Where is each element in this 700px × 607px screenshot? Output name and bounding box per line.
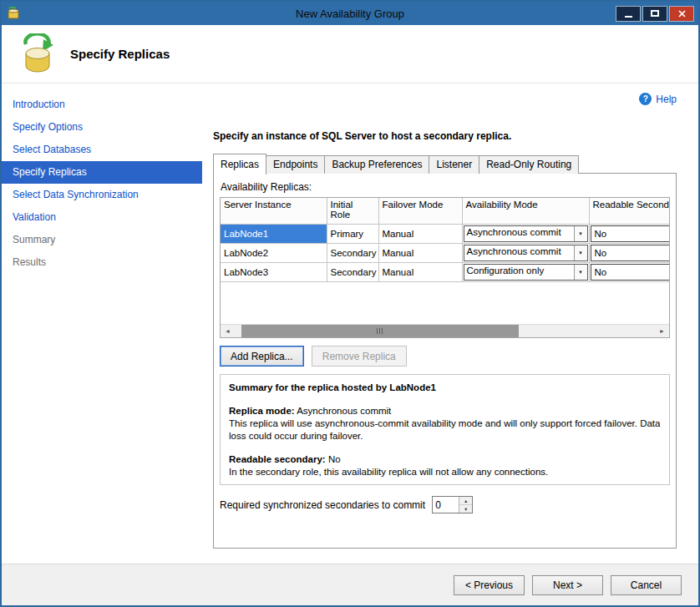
readable-secondary-label: Readable secondary: [229, 454, 326, 464]
main-content: ? Help Specify an instance of SQL Server… [202, 83, 698, 564]
column-header-server-instance: Server Instance [221, 198, 327, 224]
column-header-failover-mode: Failover Mode [378, 198, 462, 224]
availability-replicas-grid: Server Instance Initial Role Failover Mo… [220, 197, 670, 338]
horizontal-scrollbar[interactable]: ◄ ► [221, 324, 669, 337]
minimize-icon [625, 16, 632, 18]
cell-failover-mode[interactable]: Manual [378, 262, 462, 281]
scroll-right-icon: ► [659, 328, 665, 334]
chevron-down-icon: ▼ [574, 226, 587, 241]
readable-secondary-value: No [328, 454, 341, 464]
title-bar: New Availability Group [2, 2, 698, 25]
add-replica-button[interactable]: Add Replica... [220, 346, 304, 367]
table-row: LabNode1 Primary Manual Asynchronous com… [221, 224, 670, 243]
replica-mode-value: Asynchronous commit [297, 406, 391, 416]
window-controls [616, 6, 694, 22]
thumb-grip-icon [377, 328, 378, 334]
help-label: Help [656, 94, 677, 105]
sidebar-item-summary: Summary [2, 229, 202, 251]
spinner-up-icon: ▲ [464, 498, 468, 503]
replicas-tab-panel: Availability Replicas: Server Instance I… [213, 173, 677, 549]
sidebar-item-select-databases[interactable]: Select Databases [2, 139, 202, 161]
grid-header-row: Server Instance Initial Role Failover Mo… [221, 198, 670, 224]
previous-button[interactable]: < Previous [454, 575, 525, 595]
wizard-body: Introduction Specify Options Select Data… [2, 83, 698, 564]
tab-replicas[interactable]: Replicas [213, 154, 266, 175]
scrollbar-thumb[interactable] [241, 325, 519, 337]
tab-listener[interactable]: Listener [429, 155, 479, 174]
summary-title: Summary for the replica hosted by LabNod… [229, 382, 661, 394]
readable-secondary-select[interactable]: No [591, 264, 671, 281]
new-availability-group-window: New Availability Group Specify Replicas … [0, 0, 700, 607]
cell-failover-mode[interactable]: Manual [378, 243, 462, 262]
help-link[interactable]: ? Help [639, 93, 677, 105]
wizard-footer: < Previous Next > Cancel [2, 564, 698, 605]
scroll-left-button[interactable]: ◄ [221, 325, 235, 337]
minimize-button[interactable] [616, 6, 641, 22]
wizard-header: Specify Replicas [2, 25, 698, 83]
scroll-right-button[interactable]: ► [655, 325, 669, 337]
quorum-row: Required synchronized secondaries to com… [220, 496, 670, 513]
cell-server-instance[interactable]: LabNode2 [221, 243, 327, 262]
chevron-down-icon: ▼ [574, 245, 587, 261]
scrollbar-track[interactable] [235, 325, 655, 337]
help-icon: ? [639, 93, 652, 105]
tab-strip: Replicas Endpoints Backup Preferences Li… [213, 153, 677, 174]
spinner-down-button[interactable]: ▼ [459, 505, 472, 513]
sidebar-item-specify-replicas[interactable]: Specify Replicas [2, 161, 202, 184]
availability-mode-select[interactable]: Asynchronous commit ▼ [464, 245, 588, 261]
cell-failover-mode[interactable]: Manual [378, 224, 462, 243]
close-button[interactable] [669, 6, 694, 22]
availability-mode-select[interactable]: Asynchronous commit ▼ [464, 225, 588, 242]
sidebar-item-introduction[interactable]: Introduction [2, 94, 202, 116]
chevron-down-icon: ▼ [574, 265, 587, 280]
cell-initial-role[interactable]: Secondary [327, 262, 378, 281]
replica-database-icon [18, 33, 57, 75]
cell-initial-role[interactable]: Secondary [327, 243, 378, 262]
wizard-steps-sidebar: Introduction Specify Options Select Data… [2, 83, 202, 564]
spinner-up-button[interactable]: ▲ [459, 497, 472, 505]
window-app-icon [7, 7, 20, 20]
next-button[interactable]: Next > [532, 575, 603, 595]
cell-server-instance[interactable]: LabNode1 [221, 224, 327, 243]
window-title: New Availability Group [2, 8, 698, 20]
secondaries-to-commit-label: Required synchronized secondaries to com… [220, 499, 425, 511]
maximize-icon [651, 10, 659, 17]
readable-secondary-select[interactable]: No [591, 245, 671, 261]
scroll-left-icon: ◄ [225, 328, 231, 334]
replica-mode-description: This replica will use asynchronous-commi… [229, 417, 661, 443]
replica-mode-label: Replica mode: [229, 406, 295, 416]
cancel-button[interactable]: Cancel [611, 575, 682, 595]
column-header-initial-role: Initial Role [327, 198, 378, 224]
sidebar-item-validation[interactable]: Validation [2, 206, 202, 229]
tab-endpoints[interactable]: Endpoints [266, 155, 325, 174]
column-header-availability-mode: Availability Mode [462, 198, 589, 224]
secondaries-count-input[interactable] [433, 497, 459, 513]
readable-secondary-select[interactable]: No [591, 225, 671, 242]
tab-read-only-routing[interactable]: Read-Only Routing [479, 155, 579, 174]
replica-actions: Add Replica... Remove Replica [220, 346, 670, 367]
cell-server-instance[interactable]: LabNode3 [221, 262, 327, 281]
sidebar-item-specify-options[interactable]: Specify Options [2, 116, 202, 139]
remove-replica-button: Remove Replica [312, 346, 407, 367]
page-title: Specify Replicas [70, 47, 170, 61]
close-icon [678, 10, 686, 18]
replica-summary-panel: Summary for the replica hosted by LabNod… [220, 374, 670, 485]
spinner-down-icon: ▼ [464, 507, 468, 512]
availability-replicas-label: Availability Replicas: [221, 181, 670, 193]
maximize-button[interactable] [642, 6, 667, 22]
instruction-text: Specify an instance of SQL Server to hos… [213, 130, 677, 142]
table-row: LabNode2 Secondary Manual Asynchronous c… [221, 243, 670, 262]
cell-initial-role[interactable]: Primary [327, 224, 378, 243]
sidebar-item-results: Results [2, 251, 202, 274]
readable-secondary-description: In the secondary role, this availability… [229, 466, 661, 478]
secondaries-count-spinner: ▲ ▼ [432, 496, 473, 513]
table-row: LabNode3 Secondary Manual Configuration … [221, 262, 670, 281]
availability-mode-select[interactable]: Configuration only ▼ [464, 264, 588, 281]
tab-backup-preferences[interactable]: Backup Preferences [324, 155, 429, 174]
sidebar-item-select-data-synchronization[interactable]: Select Data Synchronization [2, 184, 202, 206]
column-header-readable-secondary: Readable Secondary [589, 198, 670, 224]
